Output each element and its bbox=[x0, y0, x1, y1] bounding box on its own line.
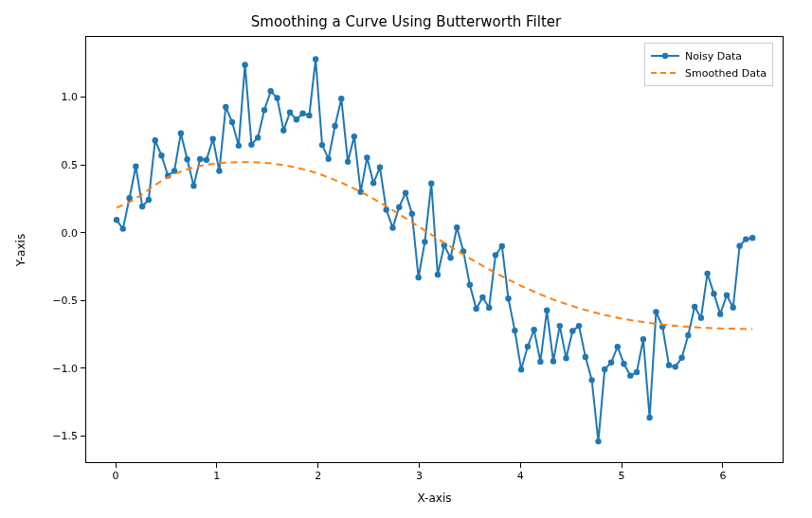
marker bbox=[583, 354, 588, 360]
marker bbox=[454, 224, 460, 230]
marker bbox=[641, 336, 646, 342]
xtick-label: 6 bbox=[719, 470, 726, 482]
svg-point-1 bbox=[662, 53, 668, 59]
marker bbox=[608, 360, 614, 366]
marker bbox=[743, 236, 749, 241]
xtick-mark bbox=[622, 463, 623, 468]
marker bbox=[473, 306, 478, 312]
legend-label-noisy: Noisy Data bbox=[685, 50, 742, 63]
marker bbox=[120, 225, 126, 231]
marker bbox=[178, 131, 184, 136]
marker bbox=[428, 180, 434, 186]
marker bbox=[531, 327, 536, 332]
marker bbox=[153, 137, 158, 143]
marker bbox=[621, 361, 626, 366]
marker bbox=[711, 291, 716, 296]
marker bbox=[216, 168, 222, 173]
xtick-mark bbox=[116, 463, 117, 468]
plot-area: Noisy Data Smoothed Data bbox=[85, 36, 784, 463]
ytick-mark bbox=[81, 367, 85, 368]
xtick-mark bbox=[317, 463, 318, 468]
marker bbox=[518, 366, 524, 372]
marker bbox=[467, 282, 473, 288]
marker bbox=[512, 328, 517, 333]
marker bbox=[190, 183, 196, 188]
marker bbox=[274, 95, 280, 100]
marker bbox=[364, 154, 370, 160]
xtick-mark bbox=[216, 463, 217, 468]
marker bbox=[749, 235, 755, 241]
ytick-mark bbox=[81, 232, 85, 233]
ytick-mark bbox=[81, 97, 85, 98]
marker bbox=[268, 88, 274, 94]
marker bbox=[210, 136, 216, 142]
marker bbox=[403, 189, 408, 195]
series-line-1 bbox=[117, 162, 752, 329]
marker bbox=[313, 56, 318, 62]
ytick-label: −1.5 bbox=[47, 430, 78, 442]
marker bbox=[223, 104, 228, 110]
marker bbox=[255, 134, 261, 140]
marker bbox=[294, 116, 299, 122]
marker bbox=[493, 252, 498, 258]
marker bbox=[299, 111, 305, 116]
x-axis-label: X-axis bbox=[85, 491, 784, 505]
marker bbox=[615, 344, 621, 349]
marker bbox=[184, 156, 189, 162]
marker bbox=[447, 255, 453, 260]
xtick-label: 2 bbox=[315, 470, 321, 482]
marker bbox=[525, 344, 531, 349]
marker bbox=[262, 107, 267, 113]
marker bbox=[544, 308, 550, 313]
legend: Noisy Data Smoothed Data bbox=[644, 43, 773, 86]
marker bbox=[692, 304, 697, 310]
ytick-label: −0.5 bbox=[47, 295, 78, 307]
marker bbox=[204, 157, 209, 163]
legend-swatch-smoothed bbox=[651, 66, 679, 80]
marker bbox=[384, 206, 389, 212]
legend-swatch-noisy bbox=[651, 49, 679, 63]
marker bbox=[563, 355, 568, 361]
marker bbox=[479, 295, 485, 300]
ytick-label: −1.0 bbox=[47, 362, 78, 374]
marker bbox=[422, 239, 427, 244]
marker bbox=[242, 62, 247, 67]
legend-entry-noisy: Noisy Data bbox=[651, 47, 767, 64]
y-axis-label: Y-axis bbox=[13, 36, 28, 463]
marker bbox=[409, 211, 415, 217]
marker bbox=[345, 159, 351, 165]
marker bbox=[666, 362, 672, 367]
marker bbox=[717, 311, 723, 316]
ytick-mark bbox=[81, 165, 85, 166]
marker bbox=[736, 242, 742, 248]
marker bbox=[197, 156, 203, 162]
marker bbox=[653, 309, 659, 314]
marker bbox=[569, 328, 575, 333]
marker bbox=[634, 369, 640, 375]
series-line-0 bbox=[117, 59, 752, 441]
ytick-label: 1.0 bbox=[47, 91, 78, 103]
marker bbox=[505, 295, 511, 301]
marker bbox=[396, 204, 402, 209]
xtick-mark bbox=[419, 463, 420, 468]
marker bbox=[704, 271, 710, 277]
marker bbox=[595, 438, 601, 444]
marker bbox=[306, 113, 312, 118]
marker bbox=[698, 314, 704, 320]
marker bbox=[673, 364, 678, 369]
marker bbox=[731, 305, 736, 311]
marker bbox=[557, 323, 563, 329]
chart-title: Smoothing a Curve Using Butterworth Filt… bbox=[0, 13, 812, 30]
marker bbox=[415, 275, 421, 280]
marker bbox=[352, 134, 357, 139]
xtick-label: 5 bbox=[619, 470, 625, 482]
legend-entry-smoothed: Smoothed Data bbox=[651, 64, 767, 81]
marker bbox=[588, 377, 594, 383]
marker bbox=[319, 142, 325, 148]
marker bbox=[499, 243, 505, 249]
marker bbox=[133, 164, 138, 170]
chart-container: Smoothing a Curve Using Butterworth Filt… bbox=[0, 0, 812, 518]
legend-label-smoothed: Smoothed Data bbox=[685, 67, 767, 80]
marker bbox=[370, 180, 376, 186]
marker bbox=[236, 143, 242, 149]
